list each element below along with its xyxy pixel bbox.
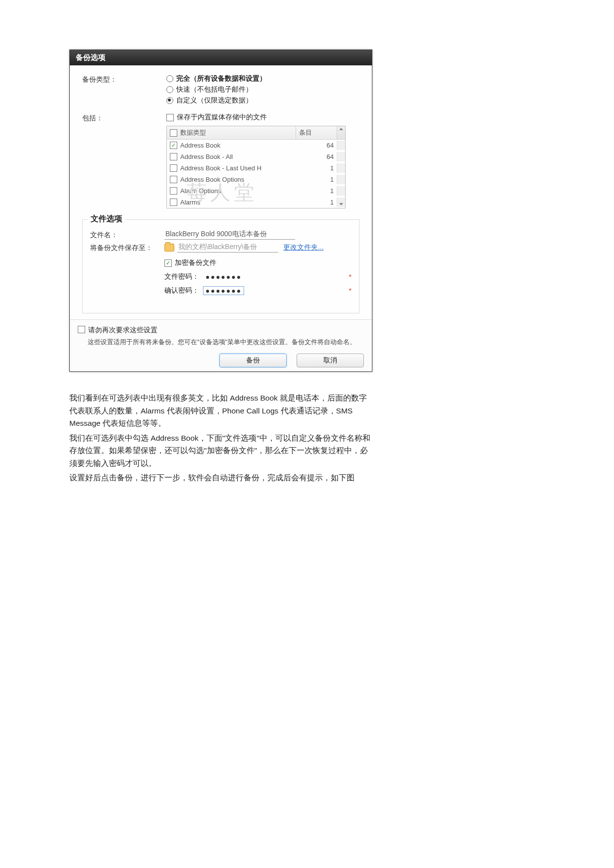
row-name: Alarm Options [180,187,221,195]
radio-full[interactable]: 完全（所有设备数据和设置） [166,74,359,83]
dialog-title: 备份选项 [70,50,372,65]
no-ask-hint: 这些设置适用于所有将来备份。您可在"设备选项"菜单中更改这些设置。备份文件将自动… [88,338,364,347]
grid-header-select-all[interactable]: 数据类型 [167,126,296,139]
include-media-label: 保存于内置媒体存储中的文件 [177,113,267,122]
data-type-grid: 数据类型 条目 ✓Address Book64Address Book - Al… [166,126,346,208]
checkbox-icon [170,164,177,172]
radio-quick-label: 快速（不包括电子邮件） [176,85,253,94]
no-ask-label: 请勿再次要求这些设置 [88,326,157,335]
row-name: Address Book - Last Used H [180,164,261,172]
include-media-checkbox[interactable]: 保存于内置媒体存储中的文件 [166,113,359,122]
chevron-up-icon [339,128,343,130]
paragraph: 设置好后点击备份，进行下一步，软件会自动进行备份，完成后会有提示，如下图 [69,471,371,484]
confirm-password-label: 确认密码： [164,286,199,295]
table-row[interactable]: Alarm Options1 [167,185,345,197]
checkbox-icon [166,114,174,121]
saveto-path: 我的文档\BlackBerry\备份 [177,243,278,253]
filename-input[interactable]: BlackBerry Bold 9000电话本备份 [164,230,295,240]
scrollbar-track[interactable] [337,141,345,150]
backup-type-label: 备份类型： [82,74,166,84]
no-ask-checkbox[interactable]: 请勿再次要求这些设置 [78,326,364,335]
scrollbar-track[interactable] [337,163,345,173]
paragraph: 我们看到在可选列表中出现有很多英文，比如 Address Book 就是电话本，… [69,392,371,430]
row-count: 64 [296,152,337,161]
scrollbar-track[interactable] [337,152,345,161]
filename-label: 文件名： [90,230,164,240]
radio-quick[interactable]: 快速（不包括电子邮件） [166,85,359,94]
table-row[interactable]: Address Book - All64 [167,151,345,162]
encrypt-checkbox[interactable]: ✓ 加密备份文件 [164,258,352,267]
checkbox-icon [170,129,177,137]
required-mark: * [349,287,352,295]
row-count: 1 [296,163,337,173]
row-count: 1 [296,186,337,196]
checkbox-icon [170,187,177,195]
radio-icon [166,75,173,82]
confirm-password-input[interactable]: ●●●●●●● [203,286,244,295]
row-count: 1 [296,175,337,184]
scrollbar-track[interactable] [337,175,345,184]
row-name: Address Book Options [180,176,244,183]
table-row[interactable]: Alarms1 [167,197,345,208]
file-options-section: 文件选项 文件名： BlackBerry Bold 9000电话本备份 将备份文… [82,219,359,313]
table-row[interactable]: ✓Address Book64 [167,140,345,151]
row-name: Address Book - All [180,153,233,160]
radio-custom[interactable]: 自定义（仅限选定数据） [166,96,359,105]
password-input[interactable]: ●●●●●●● [203,272,244,281]
change-folder-link[interactable]: 更改文件夹... [283,243,324,252]
checkbox-icon: ✓ [164,259,172,267]
checkbox-icon: ✓ [170,142,177,149]
cancel-button[interactable]: 取消 [297,354,364,367]
radio-full-label: 完全（所有设备数据和设置） [176,74,266,82]
checkbox-icon [78,326,85,333]
table-row[interactable]: Address Book Options1 [167,174,345,185]
include-label: 包括： [82,113,166,123]
row-name: Address Book [180,142,220,149]
row-count: 1 [296,198,337,207]
chevron-down-icon [339,203,343,205]
scroll-up-button[interactable] [337,126,345,139]
folder-icon [164,244,174,252]
radio-icon [166,86,173,93]
table-row[interactable]: Address Book - Last Used H1 [167,162,345,174]
paragraph: 我们在可选列表中勾选 Address Book，下面"文件选项"中，可以自定义备… [69,432,371,470]
encrypt-label: 加密备份文件 [175,258,216,267]
document-body: 我们看到在可选列表中出现有很多英文，比如 Address Book 就是电话本，… [69,392,371,484]
checkbox-icon [170,176,177,183]
scrollbar-track[interactable] [337,198,345,207]
backup-options-dialog: 备份选项 备份类型： 完全（所有设备数据和设置） 快速（不包括电子邮件） [69,50,372,372]
password-label: 文件密码： [164,272,199,281]
backup-button[interactable]: 备份 [219,354,287,367]
radio-icon [166,97,173,104]
saveto-label: 将备份文件保存至： [90,243,164,253]
grid-header-name: 数据类型 [180,128,206,137]
row-count: 64 [296,141,337,150]
checkbox-icon [170,199,177,206]
required-mark: * [349,273,352,281]
radio-custom-label: 自定义（仅限选定数据） [176,96,253,105]
grid-header-count: 条目 [296,126,337,139]
checkbox-icon [170,153,177,160]
row-name: Alarms [180,199,200,206]
scrollbar-track[interactable] [337,186,345,196]
file-options-legend: 文件选项 [88,214,125,224]
